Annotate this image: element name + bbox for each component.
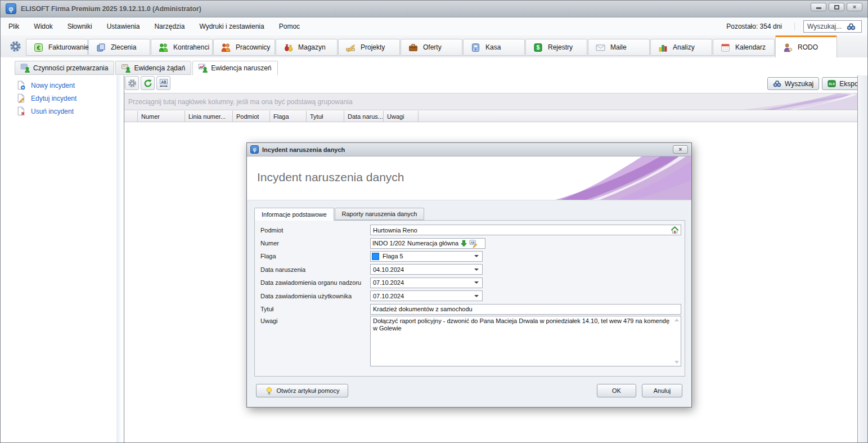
dialog-tab-raporty-naruszenia[interactable]: Raporty naruszenia danych <box>335 208 425 220</box>
tab-fakturowanie[interactable]: € Fakturowanie <box>26 39 88 56</box>
ribbon-bar: € Fakturowanie Zlecenia Kontrahenci Prac… <box>1 35 867 57</box>
scroll-down-icon[interactable] <box>674 361 679 364</box>
close-icon: × <box>853 4 856 10</box>
grid-customize-button[interactable] <box>125 76 139 90</box>
data-uzytkownika-datepicker[interactable] <box>370 290 483 301</box>
open-help-article-button[interactable]: Otwórz artykuł pomocy <box>256 384 348 397</box>
menu-pomoc[interactable]: Pomoc <box>272 23 307 30</box>
sidebar-item-edytuj-incydent[interactable]: Edytuj incydent <box>16 92 77 105</box>
global-search-box[interactable] <box>803 20 862 33</box>
close-button[interactable]: × <box>847 3 862 11</box>
grid-group-panel[interactable]: Przeciągnij tutaj nagłówek kolumny, jeśl… <box>124 93 857 110</box>
podmiot-label: Podmiot <box>260 227 370 234</box>
column-header-tytul[interactable]: Tytuł <box>307 111 344 122</box>
maximize-button[interactable] <box>829 3 844 11</box>
flaga-dropdown[interactable]: Flaga 5 <box>370 251 483 262</box>
data-naruszenia-input[interactable] <box>371 265 474 274</box>
tab-kontrahenci[interactable]: Kontrahenci <box>151 39 213 56</box>
podmiot-home-button[interactable] <box>671 226 679 235</box>
menu-widok[interactable]: Widok <box>26 23 60 30</box>
svg-text:XLS: XLS <box>829 82 835 86</box>
tab-analizy[interactable]: Analizy <box>650 39 712 56</box>
cancel-button[interactable]: Anuluj <box>642 384 682 397</box>
column-header-numer[interactable]: Numer <box>138 111 185 122</box>
grid-search-button[interactable]: Wyszukaj <box>767 77 819 90</box>
grid-person-icon <box>21 64 30 73</box>
sidebar-item-nowy-incydent[interactable]: Nowy incydent <box>16 79 77 92</box>
home-icon <box>671 226 679 234</box>
grid-refresh-button[interactable] <box>141 76 155 90</box>
tab-rodo[interactable]: RODO <box>775 35 837 57</box>
form-row-podmiot: Podmiot <box>255 223 685 236</box>
card-person-icon <box>122 64 131 73</box>
search-input[interactable] <box>804 23 847 30</box>
banner-wave-decoration <box>500 156 691 200</box>
dialog-close-button[interactable]: × <box>673 145 688 154</box>
uwagi-memo[interactable]: Dołączyć raport policyjny - dzwonić do P… <box>370 316 681 366</box>
numer-numbering-line[interactable]: Numeracja główna <box>407 240 458 247</box>
data-uzytkownika-input[interactable] <box>371 291 474 301</box>
numer-field[interactable]: INDO 1/202 Numeracja główna AB <box>370 238 485 249</box>
dialog-title-bar[interactable]: φ Incydent naruszenia danych × <box>247 143 691 156</box>
column-header-data-naruszenia[interactable]: Data narus... <box>344 111 384 122</box>
chart-person-icon <box>199 64 208 73</box>
tytul-field[interactable] <box>370 304 681 315</box>
menu-plik[interactable]: Plik <box>1 23 26 30</box>
application-window: φ ELISOFT Firma Premium 2025 19.12.11.0 … <box>0 0 868 443</box>
chevron-down-icon[interactable] <box>474 269 479 271</box>
tab-rejestry[interactable]: $ Rejestry <box>525 39 587 56</box>
column-header-podmiot[interactable]: Podmiot <box>233 111 270 122</box>
subtab-czynnosci-przetwarzania[interactable]: Czynności przetwarzania <box>15 61 114 75</box>
menu-ustawienia[interactable]: Ustawienia <box>100 23 147 30</box>
minimize-button[interactable] <box>811 3 826 11</box>
uwagi-textarea[interactable]: Dołączyć raport policyjny - dzwonić do P… <box>371 316 681 366</box>
numer-value[interactable]: INDO 1/202 <box>372 240 405 247</box>
form-row-flaga: Flaga Flaga 5 <box>255 250 685 263</box>
tytul-input[interactable] <box>371 305 681 314</box>
flaga-label: Flaga <box>260 253 370 259</box>
scroll-up-icon[interactable] <box>674 319 679 321</box>
grid-toolbar-right: Wyszukaj XLS Eksportuj <box>767 77 868 90</box>
podmiot-field[interactable] <box>370 225 681 235</box>
ok-button[interactable]: OK <box>597 384 636 397</box>
tab-oferty[interactable]: Oferty <box>401 39 462 56</box>
lightbulb-icon <box>265 387 273 395</box>
tab-kasa[interactable]: Kasa <box>463 39 525 56</box>
sidebar-edge-strip <box>116 75 122 443</box>
dialog-tab-informacje-podstawowe[interactable]: Informacje podstawowe <box>254 208 334 221</box>
data-organu-datepicker[interactable] <box>370 278 483 288</box>
subtab-ewidencja-naruszen[interactable]: Ewidencja naruszeń <box>192 61 277 75</box>
euro-icon: € <box>34 43 43 52</box>
menu-narzedzia[interactable]: Narzędzia <box>147 23 192 30</box>
column-header-uwagi[interactable]: Uwagi <box>384 111 419 122</box>
data-organu-input[interactable] <box>371 278 474 288</box>
tab-projekty[interactable]: Projekty <box>338 39 400 56</box>
numbering-edit-icon[interactable]: AB <box>469 239 478 248</box>
data-naruszenia-datepicker[interactable] <box>370 264 483 275</box>
edit-document-icon <box>16 93 26 103</box>
chevron-down-icon[interactable] <box>474 255 479 257</box>
tab-maile[interactable]: Maile <box>588 39 650 56</box>
documents-icon <box>96 43 106 52</box>
numbering-next-icon[interactable] <box>461 240 467 247</box>
money-bags-icon <box>284 43 293 52</box>
grid-bestfit-button[interactable]: AB <box>156 76 170 90</box>
menu-wydruki[interactable]: Wydruki i zestawienia <box>192 23 271 30</box>
subtab-ewidencja-zadan[interactable]: Ewidencja żądań <box>115 61 191 75</box>
data-organu-label: Data zawiadomienia organu nadzoru <box>260 279 370 286</box>
tab-zlecenia[interactable]: Zlecenia <box>88 39 150 56</box>
chevron-down-icon[interactable] <box>474 295 479 297</box>
column-header-linia-numeracji[interactable]: Linia numer... <box>185 111 233 122</box>
chevron-down-icon[interactable] <box>474 281 479 284</box>
column-header-flaga[interactable]: Flaga <box>270 111 307 122</box>
tab-magazyn[interactable]: Magazyn <box>276 39 338 56</box>
search-binoculars-icon[interactable] <box>847 22 856 31</box>
menu-slowniki[interactable]: Słowniki <box>60 23 100 30</box>
podmiot-input[interactable] <box>371 225 671 235</box>
flaga-value: Flaga 5 <box>383 253 403 259</box>
pencil-ruler-icon <box>346 43 356 52</box>
tab-pracownicy[interactable]: Pracownicy <box>213 39 275 56</box>
gear-icon[interactable] <box>10 41 21 52</box>
sidebar-item-usun-incydent[interactable]: Usuń incydent <box>16 105 77 118</box>
tab-kalendarz[interactable]: Kalendarz <box>713 39 775 56</box>
